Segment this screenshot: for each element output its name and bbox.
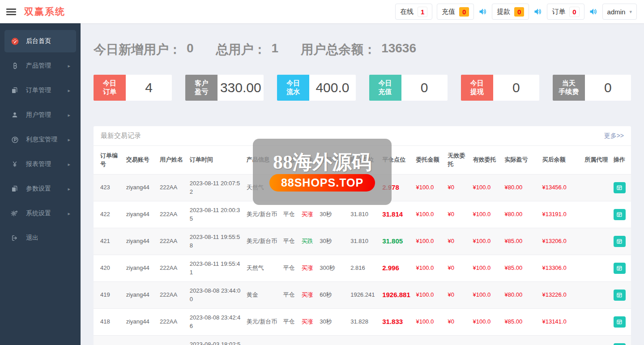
cell-valid-amount: ¥100.0 [470,201,502,228]
cell-profit: ¥85.00 [502,308,540,335]
cell-invalid-amount: ¥0 [445,174,470,201]
cell-user-name: 222AA [157,228,187,255]
cell-order-id: 418 [94,308,124,335]
dashboard-icon [10,37,19,46]
sidebar-item-后台首页[interactable]: 后台首页 [4,30,76,52]
cell-duration: 30秒 [317,201,348,228]
speaker-icon[interactable] [533,7,542,16]
cell-product: 美元/新台币 [244,308,281,335]
cell-status: 平仓 [281,201,299,228]
cell-open-price: 31.810 [348,228,380,255]
header-stat-value: 0 [569,7,579,17]
cell-account: ziyang44 [124,308,157,335]
copy-icon [10,185,19,192]
cell-order-id: 423 [94,174,124,201]
summary-card-今日订单: 今日订单4 [94,75,172,101]
watermark: 88海外源码 88SHOPS.TOP [253,139,392,205]
sidebar-item-系统设置[interactable]: 系统设置▸ [4,202,76,225]
chevron-right-icon: ▸ [68,186,70,192]
card-label: 当天手续费 [553,75,585,101]
gears-icon [10,209,19,217]
cell-invalid-amount: ¥0 [445,335,470,345]
overview-stat: 用户总余额：13636 [301,41,416,58]
header-stat-在线[interactable]: 在线1 [395,4,432,20]
cell-close-price: 31.630 [380,335,413,345]
cell-status: 平仓 [281,335,299,345]
header-stat-value: 1 [418,7,427,17]
cell-close-price: 31.814 [380,201,413,228]
cell-order-time: 2023-08-11 20:00:35 [187,201,244,228]
order-detail-button[interactable] [614,182,626,193]
header-stat-订单[interactable]: 订单0 [547,4,584,20]
sidebar-item-产品管理[interactable]: 产品管理▸ [4,55,76,77]
column-header: 买后余额 [539,146,582,174]
sidebar-item-label: 系统设置 [26,209,51,217]
cell-profit: ¥-400.00 [502,335,540,345]
sidebar-item-用户管理[interactable]: 用户管理▸ [4,104,76,126]
speaker-icon[interactable] [478,7,487,16]
cell-amount: ¥100.0 [414,228,445,255]
overview-stat-value: 1 [272,41,279,58]
watermark-url: 88SHOPS.TOP [269,174,375,192]
cell-amount: ¥100.0 [414,201,445,228]
cell-valid-amount: ¥100.0 [470,255,502,281]
cell-order-time: 2023-08-08 23:42:46 [187,308,244,335]
column-header: 所属代理 [582,146,611,174]
header-stat-label: 提款 [497,8,510,16]
summary-card-客户盈亏: 客户盈亏330.00 [185,75,264,101]
cell-amount: ¥100.0 [414,174,445,201]
cell-balance: ¥13206.0 [539,228,582,255]
cell-account: ziyang44 [124,281,157,308]
logout-icon [10,234,19,242]
summary-card-今日流水: 今日流水400.0 [277,75,355,101]
sidebar-item-参数设置[interactable]: 参数设置▸ [4,178,76,200]
order-detail-button[interactable] [614,263,626,274]
sidebar-item-label: 用户管理 [26,111,51,119]
column-header: 委托金额 [414,146,445,174]
sidebar-item-退出[interactable]: 退出 [4,227,76,249]
cell-order-time: 2023-08-11 20:07:52 [187,174,244,201]
order-detail-button[interactable] [614,343,626,345]
card-value: 0 [493,75,539,101]
admin-dropdown[interactable]: admin ▾ [602,4,637,20]
cell-order-time: 2023-08-11 19:55:41 [187,255,244,281]
cell-agent [582,255,611,281]
cell-profit: ¥80.00 [502,174,540,201]
cell-action [611,174,631,201]
card-label: 今日充值 [369,75,401,101]
sidebar-item-label: 参数设置 [26,185,51,193]
overview-stat-value: 0 [187,41,194,58]
more-link[interactable]: 更多>> [604,132,624,140]
speaker-icon[interactable] [589,7,598,16]
cell-product: 美元/新台币 [244,228,281,255]
cell-balance: ¥13456.0 [539,174,582,201]
summary-card-今日充值: 今日充值0 [369,75,448,101]
cell-direction: 买涨 [299,201,317,228]
cell-action [611,281,631,308]
menu-toggle-icon[interactable] [6,7,16,17]
order-detail-button[interactable] [614,209,626,220]
cell-invalid-amount: ¥0 [445,228,470,255]
cell-direction: 买涨 [299,308,317,335]
cell-invalid-amount: ¥0 [445,255,470,281]
admin-username: admin [607,8,626,16]
header-stat-充值[interactable]: 充值0 [437,4,474,20]
sidebar-item-利息宝管理[interactable]: 利息宝管理▸ [4,128,76,151]
cell-account: ziyang44 [124,228,157,255]
order-detail-button[interactable] [614,236,626,247]
sidebar-item-订单管理[interactable]: 订单管理▸ [4,79,76,102]
order-detail-button[interactable] [614,316,626,328]
cell-status: 平仓 [281,255,299,281]
sidebar-item-label: 产品管理 [26,62,51,70]
app-logo[interactable]: 双赢系统 [24,5,65,18]
order-detail-button[interactable] [614,290,626,301]
card-label: 今日订单 [94,75,126,101]
table-row: 420ziyang44222AA2023-08-11 19:55:41天然气平仓… [94,255,631,281]
cell-profit: ¥85.00 [502,255,540,281]
chevron-right-icon: ▸ [68,88,70,94]
sidebar-item-报表管理[interactable]: 报表管理▸ [4,153,76,175]
summary-card-当天手续费: 当天手续费0 [553,75,631,101]
cell-balance: ¥13191.0 [539,201,582,228]
header-stat-提款[interactable]: 提款0 [492,4,529,20]
cell-valid-amount: ¥100.0 [470,308,502,335]
